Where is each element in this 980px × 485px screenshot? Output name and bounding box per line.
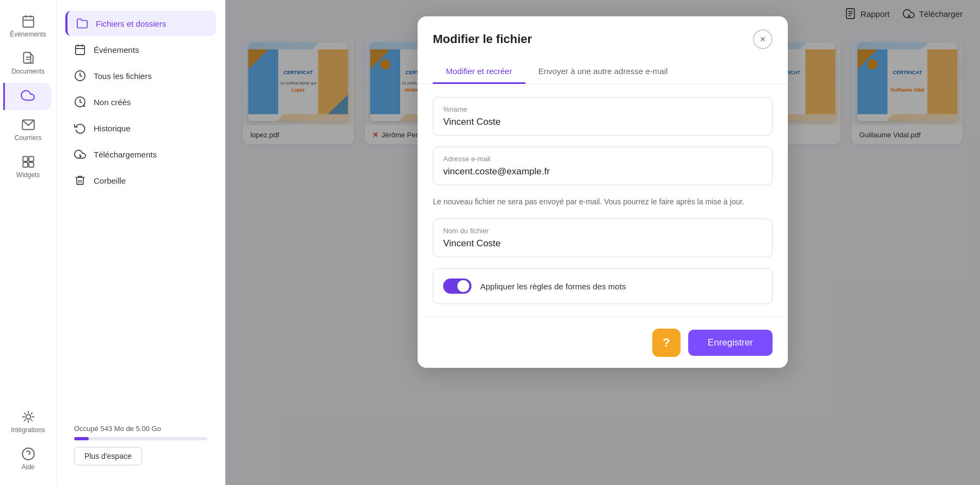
- toggle-switch[interactable]: [443, 278, 471, 294]
- svg-rect-0: [23, 16, 34, 27]
- tab-modify-recreate[interactable]: Modifier et recréer: [433, 60, 525, 84]
- storage-label: Occupé 543 Mo de 5.00 Go: [74, 425, 207, 433]
- nav-item-history[interactable]: Historique: [65, 116, 216, 141]
- storage-bar: [74, 437, 207, 440]
- modal-overlay[interactable]: Modifier le fichier × Modifier et recrée…: [225, 0, 980, 485]
- filename-field-label: Nom du fichier: [443, 227, 762, 235]
- svg-rect-10: [23, 162, 28, 167]
- modal-dialog: Modifier le fichier × Modifier et recrée…: [418, 16, 788, 368]
- storage-bar-fill: [74, 437, 89, 440]
- nav-item-files-and-folders[interactable]: Fichiers et dossiers: [65, 11, 216, 36]
- icon-sidebar: Événements Documents Courriers Widgets I…: [0, 0, 57, 485]
- save-button[interactable]: Enregistrer: [688, 330, 773, 356]
- name-field-label: %name: [443, 105, 762, 113]
- nav-item-events[interactable]: Événements: [65, 37, 216, 62]
- sidebar-icon-events[interactable]: Événements: [7, 9, 50, 44]
- modal-footer: ? Enregistrer: [418, 317, 788, 368]
- modal-close-button[interactable]: ×: [753, 29, 773, 49]
- nav-item-trash[interactable]: Corbeille: [65, 168, 216, 193]
- email-field-label: Adresse e-mail: [443, 155, 762, 163]
- sidebar-icon-widgets[interactable]: Widgets: [7, 149, 50, 184]
- svg-rect-15: [76, 46, 85, 55]
- svg-rect-4: [23, 52, 30, 63]
- nav-item-not-created[interactable]: Non créés: [65, 89, 216, 114]
- nav-item-downloads[interactable]: Téléchargements: [65, 142, 216, 167]
- nav-item-all-files[interactable]: Tous les fichiers: [65, 63, 216, 88]
- main-content: Rapport Télécharger CERTIFICATCe certifi…: [225, 0, 980, 485]
- filename-input[interactable]: [443, 238, 762, 249]
- svg-rect-9: [29, 156, 34, 161]
- storage-section: Occupé 543 Mo de 5.00 Go Plus d'espace: [65, 416, 216, 474]
- email-input[interactable]: [443, 166, 762, 177]
- modal-title: Modifier le fichier: [433, 32, 532, 46]
- info-text: Le nouveau fichier ne sera pas envoyé pa…: [433, 196, 773, 208]
- name-input[interactable]: [443, 117, 762, 128]
- svg-line-21: [83, 105, 85, 107]
- modal-body: %name Adresse e-mail Le nouveau fichier …: [418, 84, 788, 317]
- svg-point-12: [26, 415, 30, 420]
- nav-sidebar: Fichiers et dossiers Événements Tous les…: [57, 0, 225, 485]
- more-space-button[interactable]: Plus d'espace: [74, 447, 142, 465]
- modal-header: Modifier le fichier ×: [418, 16, 788, 49]
- toggle-knob: [457, 280, 469, 292]
- name-field: %name: [433, 97, 773, 136]
- toggle-row: Appliquer les règles de formes des mots: [433, 268, 773, 304]
- tab-send-email[interactable]: Envoyer à une autre adresse e-mail: [525, 60, 681, 84]
- svg-point-13: [22, 448, 34, 460]
- svg-rect-8: [23, 156, 28, 161]
- sidebar-icon-help[interactable]: Aide: [7, 441, 50, 476]
- sidebar-icon-cloud[interactable]: [3, 83, 51, 110]
- sidebar-icon-couriers[interactable]: Courriers: [7, 112, 50, 147]
- help-button[interactable]: ?: [652, 329, 681, 357]
- email-field: Adresse e-mail: [433, 147, 773, 185]
- filename-field: Nom du fichier: [433, 219, 773, 257]
- toggle-label: Appliquer les règles de formes des mots: [480, 282, 626, 291]
- modal-tabs: Modifier et recréer Envoyer à une autre …: [418, 60, 788, 84]
- sidebar-icon-integrations[interactable]: Intégrations: [7, 404, 50, 439]
- svg-rect-11: [29, 162, 34, 167]
- sidebar-icon-documents[interactable]: Documents: [7, 46, 50, 81]
